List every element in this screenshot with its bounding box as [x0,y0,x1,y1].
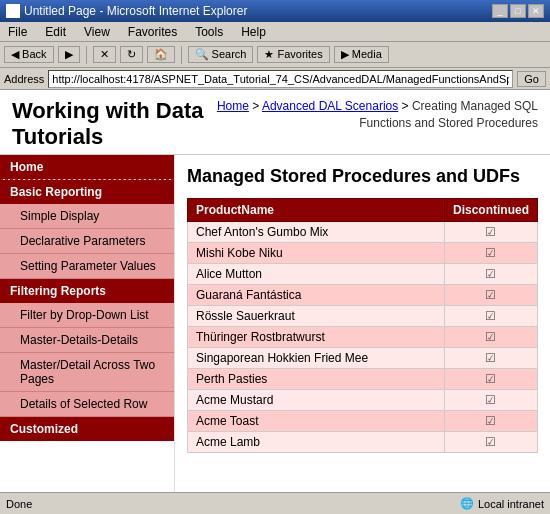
toolbar-separator [86,46,87,64]
sidebar-item-simple-display[interactable]: Simple Display [0,204,174,229]
status-text: Done [6,498,32,510]
search-button[interactable]: 🔍 Search [188,46,254,63]
media-button[interactable]: ▶ Media [334,46,389,63]
discontinued-cell: ☑ [444,243,537,264]
favorites-button[interactable]: ★ Favorites [257,46,329,63]
discontinued-cell: ☑ [444,348,537,369]
page-title: Working with Data Tutorials [12,98,204,150]
menu-help[interactable]: Help [237,25,270,39]
main-area: Home Basic Reporting Simple Display Decl… [0,155,550,492]
table-row: Acme Mustard☑ [188,390,538,411]
refresh-button[interactable]: ↻ [120,46,143,63]
network-icon: 🌐 [460,497,474,510]
table-row: Thüringer Rostbratwurst☑ [188,327,538,348]
breadcrumb-section[interactable]: Advanced DAL Scenarios [262,99,398,113]
page-header: Working with Data Tutorials Home > Advan… [0,90,550,155]
sidebar-item-home[interactable]: Home [0,155,174,179]
discontinued-checkbox-icon: ☑ [485,393,496,407]
close-button[interactable]: ✕ [528,4,544,18]
breadcrumb-home[interactable]: Home [217,99,249,113]
product-name-cell: Alice Mutton [188,264,445,285]
menu-view[interactable]: View [80,25,114,39]
address-bar: Address Go [0,68,550,90]
forward-button[interactable]: ▶ [58,46,80,63]
discontinued-checkbox-icon: ☑ [485,246,496,260]
sidebar-section-filtering-reports[interactable]: Filtering Reports [0,279,174,303]
status-bar: Done 🌐 Local intranet [0,492,550,514]
sidebar: Home Basic Reporting Simple Display Decl… [0,155,175,492]
discontinued-checkbox-icon: ☑ [485,372,496,386]
sidebar-item-master-details[interactable]: Master-Details-Details [0,328,174,353]
breadcrumb-sep2: > [402,99,412,113]
content-area: Managed Stored Procedures and UDFs Produ… [175,155,550,492]
discontinued-checkbox-icon: ☑ [485,435,496,449]
address-input[interactable] [48,70,513,88]
product-name-cell: Chef Anton's Gumbo Mix [188,222,445,243]
sidebar-item-details-selected-row[interactable]: Details of Selected Row [0,392,174,417]
table-row: Guaraná Fantástica☑ [188,285,538,306]
discontinued-cell: ☑ [444,432,537,453]
product-name-cell: Guaraná Fantástica [188,285,445,306]
sidebar-item-master-detail-across[interactable]: Master/Detail Across Two Pages [0,353,174,392]
menu-bar: File Edit View Favorites Tools Help [0,22,550,42]
discontinued-cell: ☑ [444,222,537,243]
table-row: Mishi Kobe Niku☑ [188,243,538,264]
product-name-cell: Acme Mustard [188,390,445,411]
window-controls[interactable]: _ □ ✕ [492,4,544,18]
table-row: Alice Mutton☑ [188,264,538,285]
menu-tools[interactable]: Tools [191,25,227,39]
toolbar-separator2 [181,46,182,64]
product-name-cell: Thüringer Rostbratwurst [188,327,445,348]
product-name-cell: Singaporean Hokkien Fried Mee [188,348,445,369]
breadcrumb: Home > Advanced DAL Scenarios > Creating… [204,98,538,132]
discontinued-checkbox-icon: ☑ [485,288,496,302]
menu-edit[interactable]: Edit [41,25,70,39]
sidebar-section-customized[interactable]: Customized [0,417,174,441]
product-name-cell: Acme Lamb [188,432,445,453]
discontinued-checkbox-icon: ☑ [485,330,496,344]
discontinued-checkbox-icon: ☑ [485,267,496,281]
menu-favorites[interactable]: Favorites [124,25,181,39]
table-row: Perth Pasties☑ [188,369,538,390]
discontinued-checkbox-icon: ☑ [485,225,496,239]
products-table: ProductName Discontinued Chef Anton's Gu… [187,198,538,453]
go-button[interactable]: Go [517,71,546,87]
minimize-button[interactable]: _ [492,4,508,18]
table-row: Acme Toast☑ [188,411,538,432]
discontinued-cell: ☑ [444,390,537,411]
sidebar-item-declarative-parameters[interactable]: Declarative Parameters [0,229,174,254]
maximize-button[interactable]: □ [510,4,526,18]
browser-icon: e [6,4,20,18]
table-row: Acme Lamb☑ [188,432,538,453]
product-name-cell: Mishi Kobe Niku [188,243,445,264]
discontinued-cell: ☑ [444,369,537,390]
toolbar: ◀ Back ▶ ✕ ↻ 🏠 🔍 Search ★ Favorites ▶ Me… [0,42,550,68]
home-button[interactable]: 🏠 [147,46,175,63]
table-row: Singaporean Hokkien Fried Mee☑ [188,348,538,369]
product-name-cell: Rössle Sauerkraut [188,306,445,327]
discontinued-cell: ☑ [444,411,537,432]
col-header-product-name: ProductName [188,199,445,222]
discontinued-checkbox-icon: ☑ [485,351,496,365]
address-label: Address [4,73,44,85]
discontinued-cell: ☑ [444,306,537,327]
discontinued-cell: ☑ [444,327,537,348]
status-zone: Local intranet [478,498,544,510]
product-name-cell: Perth Pasties [188,369,445,390]
sidebar-item-filter-dropdown[interactable]: Filter by Drop-Down List [0,303,174,328]
breadcrumb-sep1: > [252,99,262,113]
menu-file[interactable]: File [4,25,31,39]
back-button[interactable]: ◀ Back [4,46,54,63]
table-row: Rössle Sauerkraut☑ [188,306,538,327]
table-row: Chef Anton's Gumbo Mix☑ [188,222,538,243]
window-title: Untitled Page - Microsoft Internet Explo… [24,4,247,18]
discontinued-checkbox-icon: ☑ [485,414,496,428]
title-bar: e Untitled Page - Microsoft Internet Exp… [0,0,550,22]
content-title: Managed Stored Procedures and UDFs [187,165,538,188]
discontinued-cell: ☑ [444,285,537,306]
product-name-cell: Acme Toast [188,411,445,432]
discontinued-cell: ☑ [444,264,537,285]
sidebar-item-setting-parameter-values[interactable]: Setting Parameter Values [0,254,174,279]
sidebar-section-basic-reporting[interactable]: Basic Reporting [0,180,174,204]
stop-button[interactable]: ✕ [93,46,116,63]
